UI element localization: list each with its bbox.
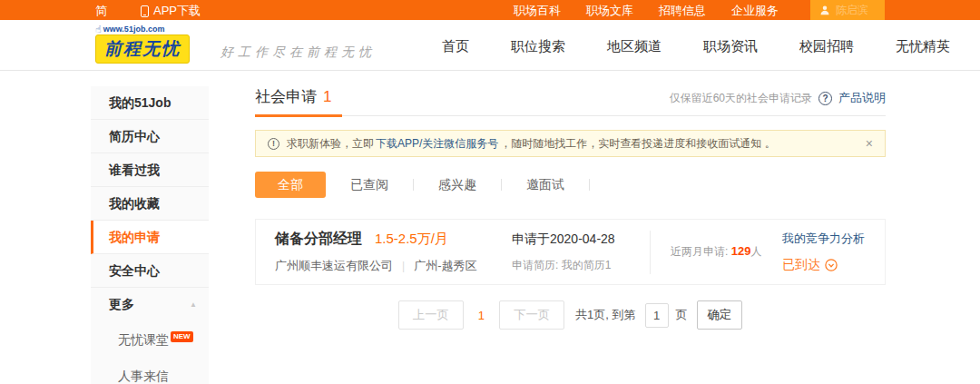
sidebar-item-my-favorites[interactable]: 我的收藏 [91, 187, 209, 221]
help-icon[interactable]: ? [818, 92, 832, 105]
brand-tagline: 好工作尽在前程无忧 [220, 44, 376, 61]
top-menu-enterprise-service[interactable]: 企业服务 [719, 3, 791, 19]
page-title: 社会申请 [255, 88, 317, 105]
sidebar: 我的51Job 简历中心 谁看过我 我的收藏 我的申请 安全中心 更多 ▲ 无忧… [91, 86, 209, 384]
app-download-link[interactable]: APP下载 [141, 3, 201, 19]
sidebar-item-label: 我的申请 [109, 230, 160, 244]
nav-home[interactable]: 首页 [442, 38, 469, 55]
section-title-wrap: 社会申请1 [255, 86, 331, 107]
sidebar-item-resume-center[interactable]: 简历中心 [91, 120, 209, 153]
sidebar-item-label: 安全中心 [109, 263, 160, 278]
retention-note: 仅保留近60天的社会申请记录 [670, 91, 812, 106]
close-icon[interactable]: × [866, 137, 873, 150]
chevron-down-circle-icon [825, 259, 838, 271]
tab-invited[interactable]: 邀面试 [502, 179, 590, 191]
nav-elite[interactable]: 无忧精英 [896, 38, 950, 55]
nav-workplace-news[interactable]: 职场资讯 [703, 38, 758, 55]
application-row: 储备分部经理 1.5-2.5万/月 广州顺丰速运有限公司 | 广州-越秀区 申请… [255, 219, 886, 285]
job-title-line: 储备分部经理 1.5-2.5万/月 [275, 230, 512, 249]
logo-url-row: ☝ www.51job.com [95, 25, 190, 34]
app-download-label: APP下载 [153, 3, 201, 19]
site-logo[interactable]: ☝ www.51job.com 前程无忧 [95, 25, 190, 64]
user-icon [819, 5, 830, 15]
user-account-menu[interactable]: 陈启滨 [810, 0, 885, 20]
page-suffix-label: 页 [676, 307, 688, 323]
logo-url-text: www.51job.com [103, 25, 165, 34]
main-nav: 首页 职位搜索 地区频道 职场资讯 校园招聘 无忧精英 [442, 38, 950, 55]
sidebar-item-my-applications[interactable]: 我的申请 [91, 221, 209, 254]
notice-text-suffix: ，随时随地找工作，实时查看投递进度和接收面试通知 。 [500, 136, 775, 152]
section-header-right: 仅保留近60天的社会申请记录 ? 产品说明 [670, 90, 886, 106]
recent-applicants-col: 近两月申请: 129人 [671, 244, 782, 260]
pagination: 上一页 1 下一页 共1页, 到第 页 确定 [255, 300, 886, 330]
sidebar-item-label: 我的收藏 [109, 196, 160, 211]
filter-tabs: 全部 已查阅 感兴趣 邀面试 [255, 172, 886, 198]
job-location: 广州-越秀区 [414, 258, 476, 274]
sidebar-item-label: 人事来信 [118, 369, 169, 383]
nav-job-search[interactable]: 职位搜索 [511, 38, 565, 55]
tab-interested[interactable]: 感兴趣 [414, 179, 502, 191]
top-menu-workplace-library[interactable]: 职场文库 [573, 3, 646, 19]
recent-applicants-count: 129 [731, 244, 751, 258]
applied-date: 申请于2020-04-28 [512, 231, 650, 248]
product-info-link[interactable]: 产品说明 [838, 90, 886, 106]
confirm-page-button[interactable]: 确定 [697, 300, 743, 330]
phone-icon [141, 5, 149, 17]
tab-all[interactable]: 全部 [255, 172, 326, 198]
application-count: 1 [323, 88, 331, 105]
notice-banner: ! 求职新体验，立即 下载APP/关注微信服务号 ，随时随地找工作，实时查看投递… [255, 130, 886, 157]
page-number-input[interactable] [645, 303, 669, 328]
sidebar-item-who-viewed-me[interactable]: 谁看过我 [91, 153, 209, 187]
page: 简 APP下载 职场百科 职场文库 招聘信息 企业服务 陈启滨 ☝ www.51… [0, 0, 980, 384]
sidebar-item-my51job[interactable]: 我的51Job [91, 86, 209, 120]
top-menu: 职场百科 职场文库 招聘信息 企业服务 [501, 3, 791, 19]
hand-pointer-icon: ☝ [95, 25, 102, 34]
main-content: 社会申请1 仅保留近60天的社会申请记录 ? 产品说明 ! 求职新体验，立即 下… [255, 86, 886, 330]
sidebar-item-security-center[interactable]: 安全中心 [91, 254, 209, 288]
collapse-arrow-icon[interactable]: ▲ [190, 288, 197, 321]
section-header: 社会申请1 仅保留近60天的社会申请记录 ? 产品说明 [255, 86, 886, 116]
notice-app-link[interactable]: 下载APP/关注微信服务号 [376, 136, 498, 152]
status-col: 我的竞争力分析 已到达 [782, 231, 865, 273]
sidebar-item-more[interactable]: 更多 ▲ [91, 288, 209, 321]
notice-text-prefix: 求职新体验，立即 [287, 136, 374, 152]
nav-region-channel[interactable]: 地区频道 [607, 38, 662, 55]
sidebar-item-label: 谁看过我 [109, 162, 160, 177]
vertical-divider [650, 231, 651, 274]
top-menu-workplace-wiki[interactable]: 职场百科 [501, 3, 573, 19]
competitiveness-link[interactable]: 我的竞争力分析 [782, 231, 865, 247]
page-total-label: 共1页, 到第 [575, 307, 635, 323]
nav-campus-recruit[interactable]: 校园招聘 [799, 38, 854, 55]
divider: | [402, 260, 405, 272]
current-page: 1 [478, 309, 485, 322]
next-page-button[interactable]: 下一页 [499, 300, 564, 330]
sidebar-item-label: 无忧课堂 [118, 332, 169, 347]
tab-viewed[interactable]: 已查阅 [326, 179, 414, 191]
company-name[interactable]: 广州顺丰速运有限公司 [275, 258, 393, 274]
job-info-col: 储备分部经理 1.5-2.5万/月 广州顺丰速运有限公司 | 广州-越秀区 [256, 230, 512, 274]
sidebar-item-label: 更多 [109, 297, 134, 311]
language-toggle[interactable]: 简 [95, 3, 107, 19]
company-line: 广州顺丰速运有限公司 | 广州-越秀区 [275, 258, 512, 274]
site-header: ☝ www.51job.com 前程无忧 好工作尽在前程无忧 首页 职位搜索 地… [0, 20, 980, 71]
job-title-link[interactable]: 储备分部经理 [275, 230, 362, 249]
sidebar-item-label: 我的51Job [109, 95, 171, 110]
apply-info-col: 申请于2020-04-28 申请简历: 我的简历1 [512, 231, 650, 273]
top-menu-recruit-info[interactable]: 招聘信息 [646, 3, 719, 19]
top-utility-bar: 简 APP下载 职场百科 职场文库 招聘信息 企业服务 陈启滨 [0, 0, 980, 20]
recent-applicants-label: 近两月申请: [671, 245, 731, 258]
prev-page-button[interactable]: 上一页 [398, 300, 464, 330]
recent-applicants-unit: 人 [750, 245, 761, 258]
sidebar-item-worry-free-class[interactable]: 无忧课堂NEW [91, 321, 209, 358]
applied-resume: 申请简历: 我的简历1 [512, 258, 650, 273]
application-status[interactable]: 已到达 [782, 257, 865, 273]
new-badge: NEW [171, 331, 193, 342]
alert-icon: ! [268, 138, 279, 150]
status-label: 已到达 [782, 257, 820, 273]
logo-wordmark: 前程无忧 [95, 34, 190, 64]
job-salary: 1.5-2.5万/月 [375, 231, 448, 248]
sidebar-item-label: 简历中心 [109, 129, 160, 143]
sidebar-item-hr-letters[interactable]: 人事来信 [91, 358, 209, 384]
user-name: 陈启滨 [836, 3, 868, 18]
